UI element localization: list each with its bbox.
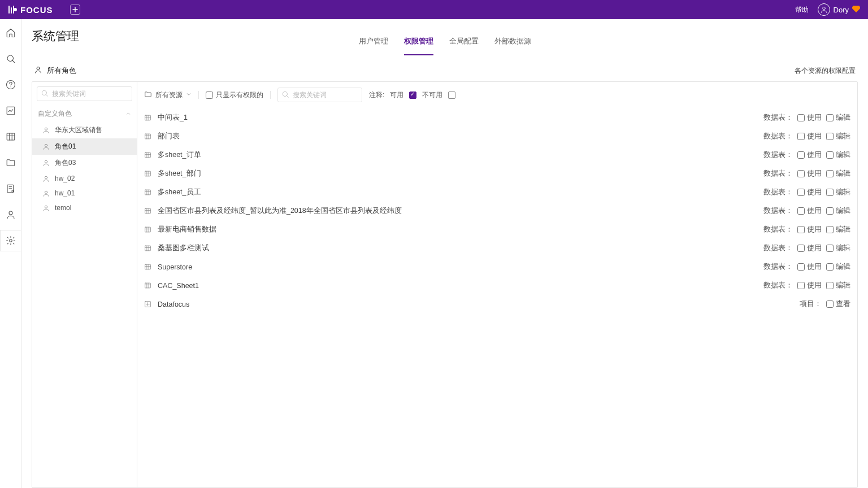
tab-external[interactable]: 外部数据源 [494,32,531,55]
perm-use-checkbox[interactable]: 使用 [797,262,822,272]
only-with-perm-checkbox[interactable]: 只显示有权限的 [206,90,263,100]
brand-mark-icon [8,5,17,14]
person-icon [42,127,50,134]
nav-settings[interactable] [5,235,16,246]
perm-view-checkbox[interactable]: 查看 [826,299,850,309]
nav-search[interactable] [5,53,16,64]
perm-use-checkbox[interactable]: 使用 [797,169,822,178]
table-icon [144,114,152,121]
role-item[interactable]: hw_02 [32,171,137,186]
perm-edit-checkbox[interactable]: 编辑 [826,188,850,197]
roles-search-input[interactable] [37,86,132,101]
perm-prefix: 数据表： [763,243,793,253]
perm-prefix: 数据表： [763,262,793,272]
svg-point-12 [45,128,47,130]
nav-folders[interactable] [5,157,16,168]
legend: 注释: 可用 不可用 [369,90,455,100]
role-item[interactable]: hw_01 [32,186,137,201]
perm-prefix: 数据表： [763,281,793,290]
resource-row: 多sheet_员工数据表：使用编辑 [137,183,857,202]
tab-users[interactable]: 用户管理 [359,32,388,55]
perm-edit-checkbox[interactable]: 编辑 [826,150,850,160]
role-item[interactable]: temol [32,201,137,215]
perm-use-checkbox[interactable]: 使用 [797,113,822,123]
user-name: Dory [834,6,849,14]
roles-header-text: 所有角色 [47,66,76,76]
legend-prefix: 注释: [369,90,384,100]
svg-rect-28 [145,283,151,288]
perm-use-checkbox[interactable]: 使用 [797,225,822,234]
resources-panel: 所有资源 只显示有权限的 [137,82,857,487]
resource-name: 多sheet_部门 [158,169,201,178]
perm-edit-checkbox[interactable]: 编辑 [826,243,850,253]
resources-search-input[interactable] [277,88,362,102]
role-item[interactable]: 角色01 [32,138,137,155]
resource-list: 中间表_1数据表：使用编辑部门表数据表：使用编辑多sheet_订单数据表：使用编… [137,108,857,487]
user-menu[interactable]: Dory [818,3,860,16]
table-icon [144,189,152,196]
perm-edit-checkbox[interactable]: 编辑 [826,281,850,290]
person-icon [42,175,50,182]
resource-row: 最新电商销售数据数据表：使用编辑 [137,220,857,239]
svg-rect-26 [145,246,151,251]
perm-edit-checkbox[interactable]: 编辑 [826,206,850,216]
resource-row: 中间表_1数据表：使用编辑 [137,108,857,127]
perm-use-checkbox[interactable]: 使用 [797,206,822,216]
svg-rect-22 [145,171,151,176]
new-button[interactable] [70,5,80,15]
svg-rect-20 [145,134,151,139]
resource-filter-dropdown[interactable]: 所有资源 [144,90,192,100]
nav-home[interactable] [5,27,16,38]
table-icon [144,207,152,215]
perm-prefix: 数据表： [763,188,793,197]
resource-name: 部门表 [158,132,180,141]
resource-name: Superstore [158,263,192,271]
resource-filter-label: 所有资源 [155,90,183,100]
tab-global[interactable]: 全局配置 [449,32,479,55]
avatar-icon [818,3,830,16]
perm-edit-checkbox[interactable]: 编辑 [826,262,850,272]
svg-point-9 [9,239,12,242]
perm-edit-checkbox[interactable]: 编辑 [826,113,850,123]
nav-help[interactable] [5,79,16,90]
help-link[interactable]: 帮助 [795,5,809,15]
perm-edit-checkbox[interactable]: 编辑 [826,225,850,234]
resources-header: 各个资源的权限配置 [795,66,856,76]
role-item[interactable]: 角色03 [32,155,137,171]
perm-edit-checkbox[interactable]: 编辑 [826,132,850,141]
roles-panel: 自定义角色 华东大区域销售角色01角色03hw_02hw_01temol [32,82,137,487]
svg-point-17 [45,206,47,208]
person-icon [42,204,50,212]
table-icon [144,226,152,233]
search-icon [41,89,49,99]
table-icon [144,151,152,159]
table-icon [144,282,152,289]
perm-prefix: 项目： [800,299,822,309]
svg-point-15 [45,176,47,178]
nav-dashboard[interactable] [5,105,16,116]
person-icon [42,159,50,167]
premium-icon [852,6,860,14]
resource-name: 中间表_1 [158,113,188,123]
tab-permissions[interactable]: 权限管理 [404,32,433,55]
role-item[interactable]: 华东大区域销售 [32,122,137,138]
perm-use-checkbox[interactable]: 使用 [797,243,822,253]
nav-users[interactable] [5,209,16,220]
perm-use-checkbox[interactable]: 使用 [797,132,822,141]
svg-rect-27 [145,264,151,269]
nav-tables[interactable] [5,131,16,142]
resource-row: 多sheet_订单数据表：使用编辑 [137,146,857,164]
roles-group-toggle[interactable]: 自定义角色 [32,106,137,122]
tabs: 用户管理 权限管理 全局配置 外部数据源 [32,32,858,55]
perm-use-checkbox[interactable]: 使用 [797,188,822,197]
svg-point-7 [11,190,14,193]
legend-unavailable-label: 不可用 [422,90,442,100]
role-list: 华东大区域销售角色01角色03hw_02hw_01temol [32,122,137,215]
nav-resources[interactable] [5,183,16,194]
perm-use-checkbox[interactable]: 使用 [797,281,822,290]
perm-edit-checkbox[interactable]: 编辑 [826,169,850,178]
resource-name: 最新电商销售数据 [158,225,216,234]
svg-point-16 [45,191,47,193]
perm-prefix: 数据表： [763,132,793,141]
perm-use-checkbox[interactable]: 使用 [797,150,822,160]
